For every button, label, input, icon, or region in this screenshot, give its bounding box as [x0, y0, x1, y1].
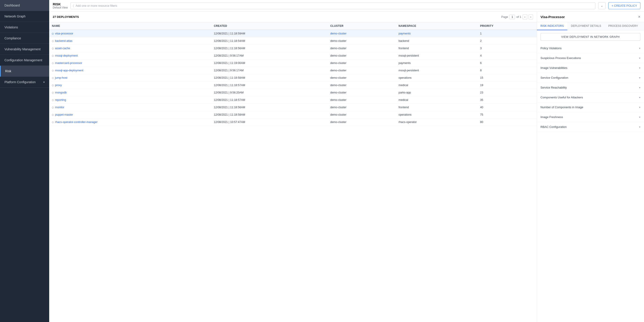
deployment-namespace[interactable]: frontend — [396, 45, 478, 52]
prev-page-button[interactable]: ‹ — [522, 14, 527, 20]
deployment-name-link[interactable]: jump-host — [55, 76, 67, 80]
risk-dot-icon — [52, 62, 54, 64]
deployment-cluster[interactable]: demo-cluster — [328, 118, 396, 126]
deployment-name[interactable]: proxy — [49, 82, 211, 89]
deployment-namespace[interactable]: rhacs-operator — [396, 118, 478, 126]
deployment-name-link[interactable]: rhacs-operator-controller-manager — [55, 120, 98, 124]
deployment-cluster[interactable]: demo-cluster — [328, 45, 396, 52]
deployment-namespace[interactable]: frontend — [396, 104, 478, 111]
next-page-button[interactable]: › — [528, 14, 533, 20]
deployment-namespace[interactable]: mssql-persistent — [396, 52, 478, 60]
deployment-name-link[interactable]: mssql-app-deployment — [55, 69, 83, 72]
deployment-name-link[interactable]: mastercard-processor — [55, 62, 82, 64]
deployment-namespace[interactable]: operations — [396, 74, 478, 82]
deployment-name-link[interactable]: monitor — [55, 106, 64, 109]
sidebar-item-compliance[interactable]: Compliance — [0, 33, 49, 44]
dropdown-button[interactable]: ⌄ — [598, 2, 606, 9]
deployment-name-link[interactable]: mssql-deployment — [55, 54, 78, 57]
deployment-cluster[interactable]: demo-cluster — [328, 89, 396, 96]
deployment-cluster[interactable]: demo-cluster — [328, 30, 396, 37]
indicator-components-useful-for-attackers[interactable]: Components Useful for Attackers▾ — [537, 92, 644, 102]
sidebar-item-dashboard[interactable]: Dashboard — [0, 0, 49, 11]
close-button[interactable]: × — [638, 15, 640, 19]
deployment-name[interactable]: backend-atlas — [49, 37, 211, 45]
deployment-cluster[interactable]: demo-cluster — [328, 74, 396, 82]
table-row[interactable]: jump-host12/08/2021 | 11:18:58AMdemo-clu… — [49, 74, 537, 82]
chevron-down-icon: ▾ — [639, 106, 640, 109]
deployment-cluster[interactable]: demo-cluster — [328, 82, 396, 89]
deployment-name[interactable]: monitor — [49, 104, 211, 111]
deployment-name-link[interactable]: visa-processor — [55, 32, 73, 35]
indicator-suspicious-process-executions[interactable]: Suspicious Process Executions▾ — [537, 53, 644, 63]
deployment-name[interactable]: mastercard-processor — [49, 60, 211, 67]
table-row[interactable]: visa-processor12/08/2021 | 11:18:59AMdem… — [49, 30, 537, 37]
table-row[interactable]: asset-cache12/08/2021 | 11:18:56AMdemo-c… — [49, 45, 537, 52]
deployment-namespace[interactable]: mssql-persistent — [396, 67, 478, 74]
table-row[interactable]: rhacs-operator-controller-manager12/08/2… — [49, 118, 537, 126]
sidebar-item-risk[interactable]: Risk — [0, 66, 49, 77]
sidebar-item-platform-configuration[interactable]: Platform Configuration▾ — [0, 77, 49, 88]
table-row[interactable]: backend-atlas12/08/2021 | 11:18:54AMdemo… — [49, 37, 537, 45]
deployment-name[interactable]: mongodb — [49, 89, 211, 96]
indicator-service-configuration[interactable]: Service Configuration▾ — [537, 73, 644, 83]
indicator-service-reachability[interactable]: Service Reachability▾ — [537, 83, 644, 92]
table-row[interactable]: puppet-master12/08/2021 | 11:18:58AMdemo… — [49, 111, 537, 118]
deployment-created: 12/08/2021 | 11:19:00AM — [211, 60, 328, 67]
deployment-name[interactable]: visa-processor — [49, 30, 211, 37]
filter-icon: 〈 — [73, 4, 74, 8]
sidebar-item-configuration-management[interactable]: Configuration Management — [0, 55, 49, 66]
indicator-number-of-components[interactable]: Number of Components in Image▾ — [537, 102, 644, 112]
sidebar-item-network-graph[interactable]: Network Graph — [0, 11, 49, 22]
deployment-namespace[interactable]: backend — [396, 37, 478, 45]
table-row[interactable]: mastercard-processor12/08/2021 | 11:19:0… — [49, 60, 537, 67]
deployment-cluster[interactable]: demo-cluster — [328, 67, 396, 74]
table-row[interactable]: reporting12/08/2021 | 11:18:57AMdemo-clu… — [49, 96, 537, 104]
deployment-name[interactable]: asset-cache — [49, 45, 211, 52]
indicator-image-freshness[interactable]: Image Freshness▾ — [537, 112, 644, 122]
deployment-name-link[interactable]: proxy — [55, 84, 62, 87]
deployment-cluster[interactable]: demo-cluster — [328, 104, 396, 111]
deployment-namespace[interactable]: payments — [396, 60, 478, 67]
deployment-namespace[interactable]: medical — [396, 96, 478, 104]
table-row[interactable]: mssql-app-deployment12/08/2021 | 9:56:17… — [49, 67, 537, 74]
tab-risk-indicators[interactable]: RISK INDICATORS — [537, 22, 567, 30]
cluster-link[interactable]: demo-cluster — [330, 32, 346, 35]
deployment-namespace[interactable]: medical — [396, 82, 478, 89]
tab-process-discovery[interactable]: PROCESS DISCOVERY — [605, 22, 641, 30]
deployment-name-link[interactable]: asset-cache — [55, 47, 70, 50]
deployment-namespace[interactable]: parks-app — [396, 89, 478, 96]
deployment-name-link[interactable]: backend-atlas — [55, 39, 72, 42]
namespace-link[interactable]: payments — [398, 32, 410, 35]
create-policy-button[interactable]: + CREATE POLICY — [608, 2, 640, 9]
deployment-name[interactable]: reporting — [49, 96, 211, 104]
filter-bar[interactable]: 〈 Add one or more resource filters — [70, 2, 596, 9]
deployment-name[interactable]: mssql-app-deployment — [49, 67, 211, 74]
deployment-cluster[interactable]: demo-cluster — [328, 96, 396, 104]
deployment-cluster[interactable]: demo-cluster — [328, 37, 396, 45]
deployment-name-link[interactable]: reporting — [55, 98, 66, 102]
indicator-image-vulnerabilities[interactable]: Image Vulnerabilities▾ — [537, 63, 644, 73]
deployment-cluster[interactable]: demo-cluster — [328, 60, 396, 67]
table-row[interactable]: mssql-deployment12/08/2021 | 9:56:17AMde… — [49, 52, 537, 60]
view-network-graph-button[interactable]: VIEW DEPLOYMENT IN NETWORK GRAPH — [540, 33, 640, 41]
deployment-name[interactable]: puppet-master — [49, 111, 211, 118]
table-row[interactable]: monitor12/08/2021 | 11:18:56AMdemo-clust… — [49, 104, 537, 111]
indicator-rbac-configuration[interactable]: RBAC Configuration▾ — [537, 122, 644, 132]
table-row[interactable]: proxy12/08/2021 | 11:18:57AMdemo-cluster… — [49, 82, 537, 89]
deployment-name-link[interactable]: mongodb — [55, 91, 67, 94]
deployment-namespace[interactable]: payments — [396, 30, 478, 37]
indicator-policy-violations[interactable]: Policy Violations▾ — [537, 44, 644, 53]
sidebar-item-vulnerability-management[interactable]: Vulnerability Management — [0, 44, 49, 55]
deployment-name[interactable]: mssql-deployment — [49, 52, 211, 60]
deployment-namespace[interactable]: operations — [396, 111, 478, 118]
tab-deployment-details[interactable]: DEPLOYMENT DETAILS — [567, 22, 605, 30]
deployment-name[interactable]: rhacs-operator-controller-manager — [49, 118, 211, 126]
sidebar: DashboardNetwork GraphViolationsComplian… — [0, 0, 49, 322]
sidebar-item-violations[interactable]: Violations — [0, 22, 49, 33]
deployment-name[interactable]: jump-host — [49, 74, 211, 82]
deployment-cluster[interactable]: demo-cluster — [328, 111, 396, 118]
sidebar-item-label: Platform Configuration — [4, 80, 36, 84]
deployment-cluster[interactable]: demo-cluster — [328, 52, 396, 60]
deployment-name-link[interactable]: puppet-master — [55, 113, 73, 116]
table-row[interactable]: mongodb12/08/2021 | 9:56:20AMdemo-cluste… — [49, 89, 537, 96]
